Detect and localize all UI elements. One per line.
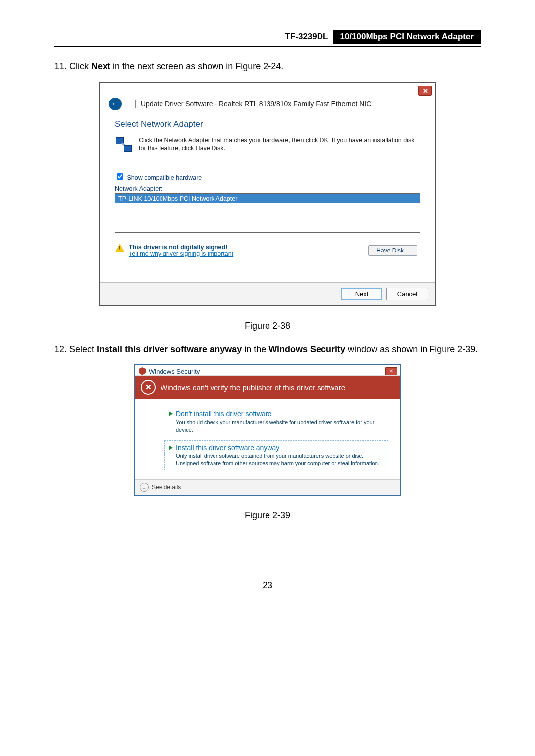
step-12-text: 12. Select Install this driver software … <box>54 344 481 354</box>
step12-mid: in the <box>242 344 268 354</box>
not-signed-text: This driver is not digitally signed! <box>129 244 233 251</box>
step12-bold1: Install this driver software anyway <box>97 344 242 354</box>
arrow-icon <box>169 411 173 416</box>
cancel-button[interactable]: Cancel <box>386 288 428 300</box>
opt1-desc: You should check your manufacturer's web… <box>176 419 384 434</box>
step12-suffix: window as shown in Figure 2-39. <box>345 344 478 354</box>
option-dont-install[interactable]: Don't install this driver software You s… <box>164 406 388 437</box>
have-disk-button[interactable]: Have Disk... <box>368 245 417 256</box>
next-button[interactable]: Next <box>341 288 382 300</box>
figure-caption-1: Figure 2-38 <box>54 321 481 331</box>
update-driver-dialog: ✕ ← Update Driver Software - Realtek RTL… <box>99 82 436 306</box>
warning-icon <box>115 244 125 252</box>
network-adapter-label: Network Adapter: <box>115 185 420 192</box>
opt2-desc: Only install driver software obtained fr… <box>176 453 384 467</box>
show-compatible-checkbox[interactable]: Show compatible hardware <box>115 174 202 181</box>
doc-header: TF-3239DL 10/100Mbps PCI Network Adapter <box>54 30 481 47</box>
dialog-title: Update Driver Software - Realtek RTL 813… <box>141 100 371 108</box>
header-title: 10/100Mbps PCI Network Adapter <box>333 30 481 44</box>
tell-me-link[interactable]: Tell me why driver signing is important <box>129 251 233 257</box>
step11-suffix: in the next screen as shown in Figure 2-… <box>110 61 283 71</box>
show-compatible-input[interactable] <box>117 173 123 180</box>
figure-caption-2: Figure 2-39 <box>54 510 481 521</box>
option-install-anyway[interactable]: Install this driver software anyway Only… <box>164 440 388 471</box>
adapter-listbox[interactable]: TP-LINK 10/100Mbps PCI Network Adapter <box>115 193 420 233</box>
page-number: 23 <box>54 580 481 591</box>
chevron-down-icon[interactable]: ⌄ <box>140 483 149 492</box>
opt2-title: Install this driver software anyway <box>176 444 279 452</box>
adapter-description: Click the Network Adapter that matches y… <box>139 136 420 152</box>
arrow-icon <box>169 445 173 450</box>
step11-prefix: 11. Click <box>54 61 91 71</box>
step-11-text: 11. Click Next in the next screen as sho… <box>54 61 481 72</box>
step11-bold: Next <box>91 61 110 71</box>
network-adapter-icon <box>115 136 133 154</box>
list-item[interactable]: TP-LINK 10/100Mbps PCI Network Adapter <box>115 194 420 203</box>
windows-security-dialog: Windows Security ✕ ✕ Windows can't verif… <box>134 364 401 496</box>
win2-title: Windows Security <box>149 368 200 375</box>
driver-icon <box>127 100 136 108</box>
close-icon[interactable]: ✕ <box>385 367 397 375</box>
error-x-icon: ✕ <box>141 380 156 395</box>
see-details-link[interactable]: See details <box>152 484 181 491</box>
select-adapter-heading: Select Network Adapter <box>115 119 420 129</box>
close-icon[interactable]: ✕ <box>418 86 432 96</box>
header-model: TF-3239DL <box>285 32 328 42</box>
opt1-title: Don't install this driver software <box>176 410 271 418</box>
back-button[interactable]: ← <box>109 98 122 110</box>
show-compatible-label: Show compatible hardware <box>127 174 202 181</box>
step12-bold2: Windows Security <box>268 344 345 354</box>
shield-icon <box>139 367 146 375</box>
step12-prefix: 12. Select <box>54 344 97 354</box>
security-banner: ✕ Windows can't verify the publisher of … <box>135 376 400 399</box>
banner-text: Windows can't verify the publisher of th… <box>160 383 345 392</box>
